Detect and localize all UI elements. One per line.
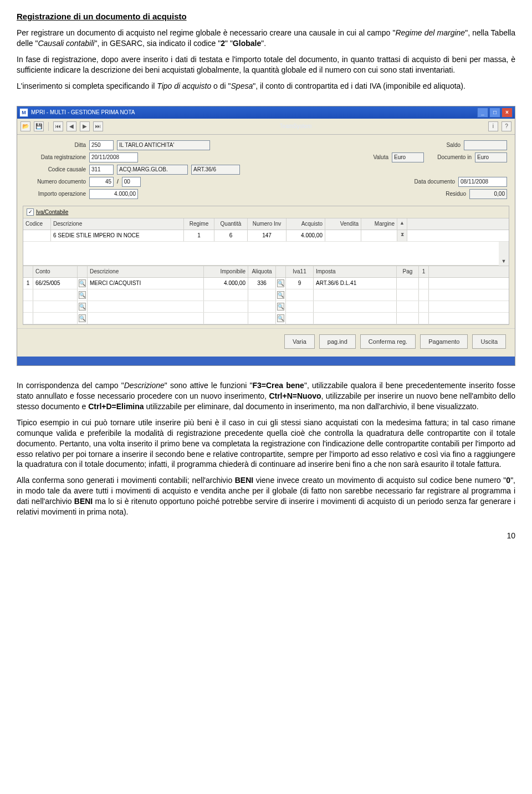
- help-icon[interactable]: ?: [502, 121, 511, 131]
- save-icon[interactable]: 💾: [34, 121, 44, 131]
- window-title: MPRI - MULTI - GESTIONE PRIMA NOTA: [31, 109, 135, 116]
- toolbar: 📂 💾 ⏮ ◀ ▶ ⏭ TeamSystem i ?: [17, 119, 515, 135]
- body-paragraph-6: Alla conferma sono generati i movimenti …: [17, 475, 515, 517]
- importo-op-field[interactable]: 4.000,00: [89, 189, 138, 199]
- open-icon[interactable]: 📂: [21, 121, 30, 131]
- lookup-icon[interactable]: 🔍: [79, 314, 86, 322]
- saldo-label: Saldo: [438, 141, 461, 149]
- doc-in-label: Documento in: [427, 154, 472, 161]
- first-icon[interactable]: ⏮: [53, 121, 63, 131]
- residuo-field: 0,00: [469, 189, 507, 199]
- grid2-row-empty[interactable]: 🔍 🔍: [23, 313, 509, 324]
- iva-contabile-checkbox[interactable]: ✓: [27, 208, 34, 216]
- codice-causale-label: Codice causale: [25, 166, 86, 174]
- grid1-scroll[interactable]: ⧗: [397, 230, 407, 241]
- close-button[interactable]: ×: [502, 108, 513, 118]
- body-paragraph-4: In corrispondenza del campo "Descrizione…: [17, 380, 515, 412]
- app-window: M MPRI - MULTI - GESTIONE PRIMA NOTA _ □…: [17, 106, 515, 367]
- iva-contabile-label: Iva/Contabile: [36, 208, 68, 216]
- grid1-scroll-down-icon[interactable]: ▼: [499, 242, 509, 266]
- button-bar: Varia pag.ind Conferma reg. Pagamento Us…: [17, 328, 515, 357]
- valuta-field: Euro: [392, 152, 424, 162]
- doc-in-field: Euro: [475, 152, 507, 162]
- valuta-label: Valuta: [366, 154, 388, 161]
- conferma-button[interactable]: Conferma reg.: [360, 334, 416, 349]
- saldo-field: [464, 140, 507, 150]
- app-icon: M: [19, 108, 28, 117]
- data-reg-field[interactable]: 20/11/2008: [89, 152, 138, 162]
- status-bar: [17, 357, 515, 365]
- residuo-label: Residuo: [438, 190, 466, 198]
- lookup-icon[interactable]: 🔍: [79, 279, 86, 287]
- lookup-icon[interactable]: 🔍: [79, 303, 86, 311]
- intro-paragraph-2: In fase di registrazione, dopo avere ins…: [17, 54, 515, 75]
- lookup-icon[interactable]: 🔍: [277, 314, 284, 322]
- info-icon[interactable]: i: [488, 121, 498, 131]
- grid1-header: Codice Descrizione Regime Quantità Numer…: [23, 218, 509, 230]
- causale-art-field: ART.36/6: [191, 165, 240, 175]
- grid2-row[interactable]: 1 66/25/005 🔍 MERCI C/ACQUISTI 4.000,00 …: [23, 278, 509, 289]
- causale-code-field[interactable]: 311: [89, 165, 114, 175]
- form-header: Ditta 250 IL TARLO ANTICHITA' Saldo Data…: [17, 135, 515, 201]
- last-icon[interactable]: ⏭: [93, 121, 103, 131]
- intro-paragraph-3: L'inserimento si completa specificando i…: [17, 81, 515, 91]
- page-number: 10: [17, 531, 515, 541]
- lookup-icon[interactable]: 🔍: [277, 279, 284, 287]
- num-doc-label: Numero documento: [25, 178, 86, 186]
- grid1-scroll-up-icon[interactable]: ▲: [397, 218, 407, 230]
- intro-paragraph-1: Per registrare un documento di acquisto …: [17, 28, 515, 49]
- section-title: Registrazione di un documento di acquist…: [17, 11, 515, 22]
- data-doc-field[interactable]: 08/11/2008: [458, 177, 507, 187]
- lookup-icon[interactable]: 🔍: [277, 303, 284, 311]
- importo-op-label: Importo operazione: [25, 190, 86, 198]
- lookup-icon[interactable]: 🔍: [79, 291, 86, 299]
- prev-icon[interactable]: ◀: [66, 121, 76, 131]
- grid1-row[interactable]: 6 SEDIE STILE IMPERO IN NOCE 1 6 147 4.0…: [23, 230, 509, 242]
- varia-button[interactable]: Varia: [284, 334, 315, 349]
- brand-label: TeamSystem: [280, 123, 312, 130]
- ditta-label: Ditta: [25, 141, 86, 149]
- ditta-field[interactable]: 250: [89, 140, 114, 150]
- data-doc-label: Data documento: [405, 178, 455, 186]
- grid2-row-empty[interactable]: 🔍 🔍: [23, 289, 509, 301]
- pagind-button[interactable]: pag.ind: [319, 334, 356, 349]
- causale-desc-field: ACQ.MARG.GLOB.: [117, 165, 188, 175]
- minimize-button[interactable]: _: [477, 108, 488, 118]
- title-bar: M MPRI - MULTI - GESTIONE PRIMA NOTA _ □…: [17, 106, 515, 119]
- maximize-button[interactable]: □: [489, 108, 500, 118]
- body-paragraph-5: Tipico esempio in cui può tornare utile …: [17, 418, 515, 470]
- grid2-header: Conto Descrizione Imponibile Aliquota Iv…: [23, 266, 509, 278]
- pagamento-button[interactable]: Pagamento: [420, 334, 468, 349]
- iva-contabile-panel: ✓ Iva/Contabile Codice Descrizione Regim…: [23, 206, 509, 325]
- ditta-desc-field: IL TARLO ANTICHITA': [117, 140, 210, 150]
- lookup-icon[interactable]: 🔍: [277, 291, 284, 299]
- uscita-button[interactable]: Uscita: [472, 334, 506, 349]
- num-doc-b-field[interactable]: 00: [122, 177, 141, 187]
- grid2-row-empty[interactable]: 🔍 🔍: [23, 301, 509, 313]
- num-doc-a-field[interactable]: 45: [89, 177, 114, 187]
- data-reg-label: Data registrazione: [25, 154, 86, 161]
- next-icon[interactable]: ▶: [80, 121, 90, 131]
